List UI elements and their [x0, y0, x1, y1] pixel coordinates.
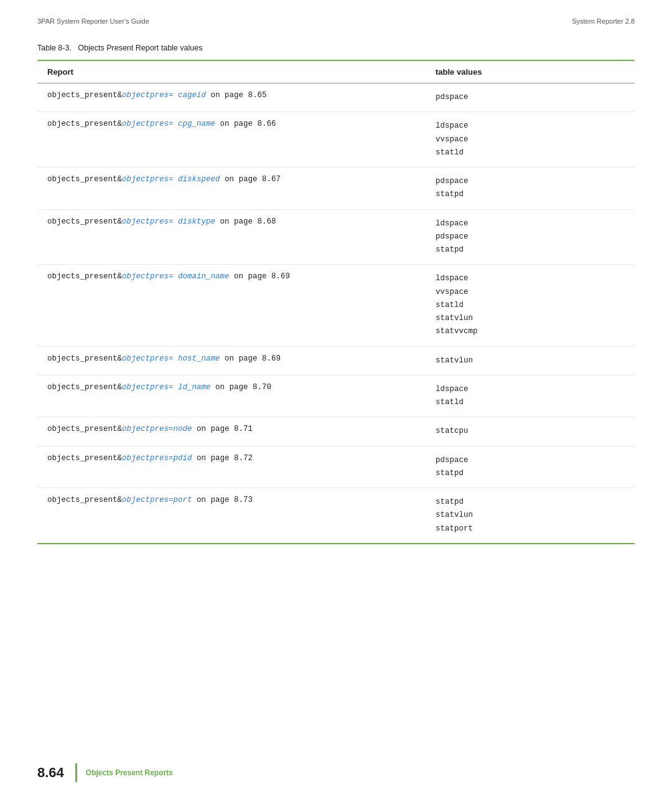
report-link: objectpres= diskspeed: [122, 175, 220, 184]
values-cell: pdspace: [426, 83, 635, 112]
table-row: objects_present&objectpres= host_name on…: [37, 346, 635, 375]
content-area: Table 8-3. Objects Present Report table …: [0, 25, 672, 582]
report-suffix: on page 8.69: [230, 272, 291, 281]
report-suffix: on page 8.69: [220, 354, 281, 363]
report-cell: objects_present&objectpres= ld_name on p…: [37, 375, 426, 417]
col-values-header: table values: [426, 60, 635, 83]
report-prefix: objects_present&: [47, 425, 122, 433]
table-caption: Table 8-3. Objects Present Report table …: [37, 44, 635, 52]
report-prefix: objects_present&: [47, 217, 122, 226]
page-number: 8.64: [37, 765, 64, 781]
report-prefix: objects_present&: [47, 496, 122, 504]
report-cell: objects_present&objectpres= diskspeed on…: [37, 168, 426, 210]
report-link: objectpres=pdid: [122, 454, 192, 463]
header-right: System Reporter 2.8: [572, 17, 635, 25]
report-link: objectpres= domain_name: [122, 272, 230, 281]
report-suffix: on page 8.71: [192, 425, 253, 433]
report-prefix: objects_present&: [47, 454, 122, 463]
table-row: objects_present&objectpres=node on page …: [37, 417, 635, 446]
report-link: objectpres= disktype: [122, 217, 215, 226]
table-row: objects_present&objectpres= diskspeed on…: [37, 168, 635, 210]
report-cell: objects_present&objectpres= host_name on…: [37, 346, 426, 375]
values-cell: statcpu: [426, 417, 635, 446]
page-footer: 8.64 Objects Present Reports: [0, 763, 672, 782]
report-link: objectpres=node: [122, 425, 192, 433]
footer-divider: [75, 763, 77, 782]
values-cell: ldspacepdspacestatpd: [426, 209, 635, 265]
report-cell: objects_present&objectpres= cageid on pa…: [37, 83, 426, 112]
values-cell: statpdstatvlunstatport: [426, 488, 635, 544]
values-cell: statvlun: [426, 346, 635, 375]
values-cell: pdspacestatpd: [426, 168, 635, 210]
report-suffix: on page 8.73: [192, 496, 253, 504]
report-link: objectpres=port: [122, 496, 192, 504]
report-suffix: on page 8.67: [220, 175, 281, 184]
report-cell: objects_present&objectpres=port on page …: [37, 488, 426, 544]
table-row: objects_present&objectpres= cageid on pa…: [37, 83, 635, 112]
report-cell: objects_present&objectpres=pdid on page …: [37, 446, 426, 488]
table-title: Objects Present Report table values: [78, 44, 202, 52]
report-cell: objects_present&objectpres=node on page …: [37, 417, 426, 446]
report-link: objectpres= cageid: [122, 91, 206, 100]
report-prefix: objects_present&: [47, 91, 122, 100]
table-header-row: Report table values: [37, 60, 635, 83]
report-table: Report table values objects_present&obje…: [37, 60, 635, 544]
table-label: Table 8-3.: [37, 44, 72, 52]
report-link: objectpres= host_name: [122, 354, 220, 363]
report-cell: objects_present&objectpres= disktype on …: [37, 209, 426, 265]
footer-section-title: Objects Present Reports: [86, 768, 173, 777]
report-prefix: objects_present&: [47, 175, 122, 184]
header-left: 3PAR System Reporter User's Guide: [37, 17, 149, 25]
page-header: 3PAR System Reporter User's Guide System…: [0, 0, 672, 25]
table-row: objects_present&objectpres= disktype on …: [37, 209, 635, 265]
report-cell: objects_present&objectpres= domain_name …: [37, 265, 426, 346]
report-suffix: on page 8.66: [215, 120, 276, 128]
report-suffix: on page 8.72: [192, 454, 253, 463]
report-prefix: objects_present&: [47, 120, 122, 128]
values-cell: ldspacevvspacestatld: [426, 112, 635, 168]
report-suffix: on page 8.65: [206, 91, 267, 100]
values-cell: ldspacevvspacestatldstatvlunstatvvcmp: [426, 265, 635, 346]
report-prefix: objects_present&: [47, 272, 122, 281]
report-link: objectpres= cpg_name: [122, 120, 215, 128]
report-link: objectpres= ld_name: [122, 383, 211, 392]
report-cell: objects_present&objectpres= cpg_name on …: [37, 112, 426, 168]
values-cell: ldspacestatld: [426, 375, 635, 417]
report-suffix: on page 8.68: [215, 217, 276, 226]
report-prefix: objects_present&: [47, 354, 122, 363]
table-row: objects_present&objectpres=port on page …: [37, 488, 635, 544]
report-suffix: on page 8.70: [211, 383, 272, 392]
values-cell: pdspacestatpd: [426, 446, 635, 488]
table-row: objects_present&objectpres= domain_name …: [37, 265, 635, 346]
table-row: objects_present&objectpres=pdid on page …: [37, 446, 635, 488]
col-report-header: Report: [37, 60, 426, 83]
table-row: objects_present&objectpres= ld_name on p…: [37, 375, 635, 417]
report-prefix: objects_present&: [47, 383, 122, 392]
table-row: objects_present&objectpres= cpg_name on …: [37, 112, 635, 168]
